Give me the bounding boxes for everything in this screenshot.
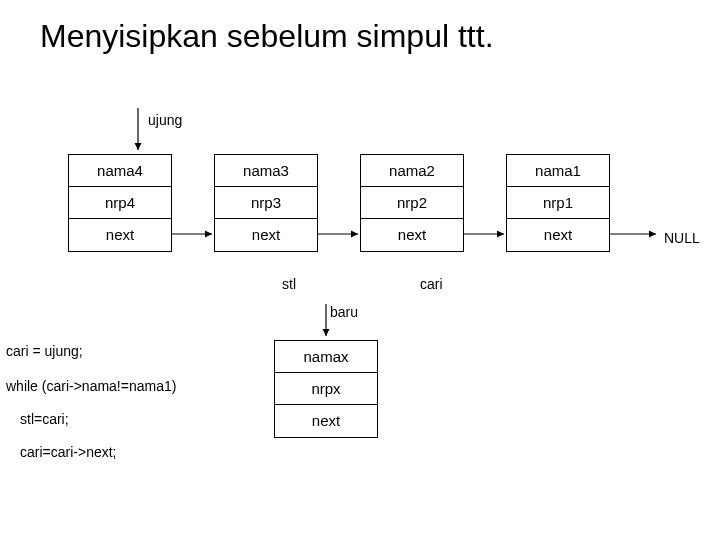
- code-line-1: cari = ujung;: [6, 342, 176, 361]
- node-3-nrp: nrp1: [507, 187, 609, 219]
- code-line-4: cari=cari->next;: [20, 443, 176, 462]
- node-2-nama: nama2: [361, 155, 463, 187]
- label-baru: baru: [330, 304, 358, 320]
- baru-node: namax nrpx next: [274, 340, 378, 438]
- node-2-next: next: [361, 219, 463, 251]
- code-block: cari = ujung; while (cari->nama!=nama1) …: [6, 330, 176, 472]
- node-2: nama2 nrp2 next: [360, 154, 464, 252]
- baru-next: next: [275, 405, 377, 437]
- node-0: nama4 nrp4 next: [68, 154, 172, 252]
- node-1-nrp: nrp3: [215, 187, 317, 219]
- node-3-nama: nama1: [507, 155, 609, 187]
- code-line-2: while (cari->nama!=nama1): [6, 377, 176, 396]
- baru-nrp: nrpx: [275, 373, 377, 405]
- baru-nama: namax: [275, 341, 377, 373]
- null-label: NULL: [664, 230, 700, 246]
- node-1-next: next: [215, 219, 317, 251]
- node-0-nama: nama4: [69, 155, 171, 187]
- node-0-nrp: nrp4: [69, 187, 171, 219]
- slide-title: Menyisipkan sebelum simpul ttt.: [40, 18, 494, 55]
- label-ujung: ujung: [148, 112, 182, 128]
- code-line-3: stl=cari;: [20, 410, 176, 429]
- node-0-next: next: [69, 219, 171, 251]
- node-3-next: next: [507, 219, 609, 251]
- label-cari: cari: [420, 276, 443, 292]
- node-3: nama1 nrp1 next: [506, 154, 610, 252]
- node-2-nrp: nrp2: [361, 187, 463, 219]
- node-1: nama3 nrp3 next: [214, 154, 318, 252]
- label-stl: stl: [282, 276, 296, 292]
- node-1-nama: nama3: [215, 155, 317, 187]
